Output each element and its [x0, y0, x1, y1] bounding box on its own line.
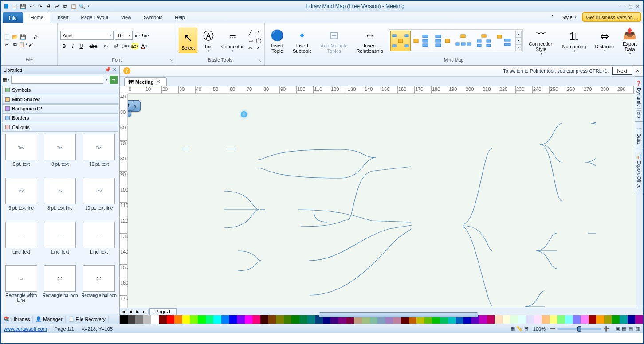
- palette-swatch[interactable]: [495, 315, 503, 324]
- layout-tree-right[interactable]: [495, 31, 515, 51]
- font-dialog-launcher[interactable]: ⤡: [169, 58, 173, 63]
- cut-icon[interactable]: ✂: [53, 3, 60, 10]
- shape-item[interactable]: 💬Rectangle balloon: [80, 265, 118, 312]
- redo-icon[interactable]: ↷: [36, 3, 43, 10]
- palette-swatch[interactable]: [604, 315, 612, 324]
- minimize-button[interactable]: —: [620, 4, 625, 9]
- superscript-button[interactable]: x²: [112, 42, 120, 50]
- palette-swatch[interactable]: [307, 315, 315, 324]
- palette-swatch[interactable]: [252, 315, 260, 324]
- palette-swatch[interactable]: [198, 315, 206, 324]
- palette-swatch[interactable]: [190, 315, 198, 324]
- palette-swatch[interactable]: [596, 315, 604, 324]
- palette-swatch[interactable]: [237, 315, 245, 324]
- crop-tool-icon[interactable]: ✂: [247, 45, 254, 51]
- shape-item[interactable]: —Line Text: [3, 222, 40, 264]
- layout-org[interactable]: [474, 31, 494, 51]
- nav-next[interactable]: ▶: [134, 309, 141, 314]
- underline-button[interactable]: U: [78, 42, 85, 50]
- palette-swatch[interactable]: [573, 315, 581, 324]
- nav-first[interactable]: ⏮: [120, 309, 127, 314]
- palette-swatch[interactable]: [167, 315, 175, 324]
- palette-swatch[interactable]: [510, 315, 518, 324]
- shape-item[interactable]: Text6 pt. text line: [3, 178, 40, 220]
- layout-left[interactable]: [432, 31, 452, 51]
- tools-dialog-launcher[interactable]: ⤡: [258, 58, 262, 63]
- footer-tab-manager[interactable]: 👤Manager: [33, 315, 65, 323]
- floating-marker[interactable]: [241, 111, 247, 117]
- maximize-button[interactable]: ▢: [628, 4, 632, 9]
- strike-button[interactable]: abc: [87, 42, 99, 50]
- palette-swatch[interactable]: [612, 315, 620, 324]
- palette-swatch[interactable]: [534, 315, 542, 324]
- format-painter-icon[interactable]: 🖌: [27, 41, 34, 48]
- tab-insert[interactable]: Insert: [50, 12, 75, 23]
- footer-tab-libraries[interactable]: 📚Libraries: [1, 315, 33, 323]
- lib-category-symbols[interactable]: Symbols: [2, 86, 118, 94]
- side-tab-dynamic-help[interactable]: ❓Dynamic Help: [635, 76, 643, 122]
- subscript-button[interactable]: x₂: [102, 42, 110, 50]
- arc-tool-icon[interactable]: ⟆: [255, 30, 262, 36]
- pin-icon[interactable]: 📌: [105, 67, 111, 73]
- italic-button[interactable]: I: [70, 42, 75, 50]
- connector-tool-button[interactable]: ⎓Connector▾: [220, 27, 245, 55]
- layout-tree-down[interactable]: [453, 31, 473, 51]
- undo-icon[interactable]: ↶: [28, 3, 35, 10]
- hint-close-icon[interactable]: ✕: [636, 68, 640, 74]
- select-tool-button[interactable]: ↖Select: [179, 28, 197, 53]
- palette-swatch[interactable]: [213, 315, 221, 324]
- cut-file-icon[interactable]: ✂: [4, 41, 10, 48]
- zoom-out-button[interactable]: ➖: [549, 326, 555, 332]
- preview-icon[interactable]: 🔍: [79, 3, 86, 10]
- shape-item[interactable]: —Line Text: [42, 222, 79, 264]
- save-icon[interactable]: 💾: [20, 3, 27, 10]
- new-icon[interactable]: 📄: [11, 3, 18, 10]
- search-go-button[interactable]: ➜: [110, 76, 118, 84]
- get-business-version-button[interactable]: Get Business Version...: [582, 12, 641, 22]
- document-tab-meeting[interactable]: 🗺Meeting✕: [124, 77, 167, 86]
- zoom-slider[interactable]: [557, 328, 601, 330]
- copy-icon[interactable]: ⧉: [62, 3, 69, 10]
- shape-item[interactable]: —Line Text: [80, 222, 118, 264]
- palette-swatch[interactable]: [151, 315, 159, 324]
- hint-next-button[interactable]: Next: [612, 67, 632, 75]
- palette-swatch[interactable]: [174, 315, 182, 324]
- lib-grid-icon[interactable]: ▦▾: [3, 76, 9, 83]
- close-panel-icon[interactable]: ✕: [113, 67, 117, 73]
- palette-swatch[interactable]: [245, 315, 253, 324]
- palette-swatch[interactable]: [620, 315, 628, 324]
- shape-item[interactable]: Text6 pt. text: [3, 134, 40, 176]
- lib-category-mind-shapes[interactable]: Mind Shapes: [2, 95, 118, 104]
- connection-style-button[interactable]: 〰Connection Style▾: [526, 24, 557, 58]
- palette-swatch[interactable]: [206, 315, 214, 324]
- export-data-button[interactable]: 📤Export Data▾: [620, 24, 640, 58]
- nav-last[interactable]: ⏭: [141, 309, 148, 314]
- palette-swatch[interactable]: [557, 315, 565, 324]
- numbering-button[interactable]: 1⃣Numbering▾: [559, 27, 589, 55]
- palette-swatch[interactable]: [221, 315, 229, 324]
- gallery-down[interactable]: ▾: [515, 37, 522, 44]
- gallery-more[interactable]: ▾: [515, 44, 522, 51]
- side-tab-data[interactable]: 🗃Data: [635, 123, 643, 148]
- save-file-icon[interactable]: 💾: [20, 34, 26, 40]
- font-color-icon[interactable]: A▾: [141, 43, 148, 49]
- nav-prev[interactable]: ◀: [127, 309, 134, 314]
- palette-swatch[interactable]: [135, 315, 143, 324]
- rect-tool-icon[interactable]: ▭: [247, 37, 254, 44]
- ellipse-tool-icon[interactable]: ◯: [255, 37, 262, 44]
- palette-swatch[interactable]: [268, 315, 276, 324]
- palette-swatch[interactable]: [487, 315, 495, 324]
- palette-swatch[interactable]: [542, 315, 550, 324]
- palette-swatch[interactable]: [565, 315, 573, 324]
- shape-item[interactable]: Text8 pt. text line: [42, 178, 79, 220]
- tab-symbols[interactable]: Symbols: [137, 12, 169, 23]
- palette-swatch[interactable]: [479, 315, 487, 324]
- view-mode-1[interactable]: ▣: [614, 325, 620, 332]
- palette-swatch[interactable]: [276, 315, 284, 324]
- close-button[interactable]: ✕: [636, 4, 640, 9]
- tab-page-layout[interactable]: Page Layout: [75, 12, 115, 23]
- copy-file-icon[interactable]: ⧉: [12, 41, 18, 48]
- distance-button[interactable]: ⇔Distance▾: [592, 27, 617, 55]
- lib-category-borders[interactable]: Borders: [2, 113, 118, 122]
- palette-swatch[interactable]: [503, 315, 510, 324]
